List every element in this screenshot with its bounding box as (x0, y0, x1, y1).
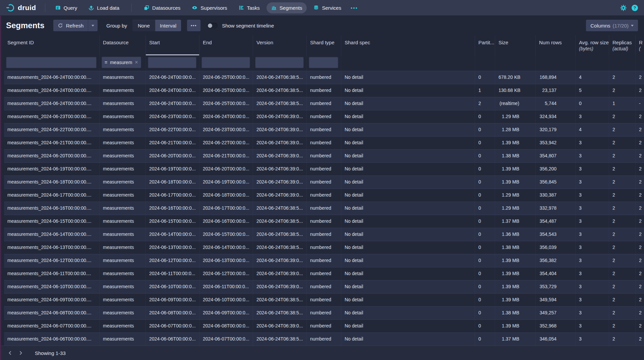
nav-item-tasks[interactable]: Tasks (234, 2, 265, 13)
cell-shard-type: numbered (307, 202, 341, 215)
cell-datasource: measurements (100, 189, 146, 202)
remove-filter-icon[interactable]: × (135, 60, 138, 65)
cell-datasource: measurements (100, 267, 146, 280)
cell-end: 2024-06-22T00:00:0... (199, 137, 253, 149)
filter-input-segment-id[interactable] (6, 57, 97, 68)
cell-datasource: measurements (100, 202, 146, 215)
nav-item-datasources[interactable]: Datasources (139, 2, 185, 13)
nav-item-query[interactable]: Query (51, 2, 82, 13)
cell-num-rows: 354,807 (536, 150, 576, 162)
filter-input-end[interactable] (201, 57, 250, 68)
group-by-interval-button[interactable]: Interval (155, 20, 181, 31)
cell-replicas: 2 (609, 71, 636, 84)
cell-end: 2024-06-25T00:00:0... (199, 71, 253, 84)
group-by-none-button[interactable]: None (132, 20, 155, 31)
cell-version: 2024-06-24T06:38:5... (253, 228, 307, 241)
column-header-datasource[interactable]: Datasource (100, 35, 146, 55)
cell-num-rows: 320,179 (536, 123, 576, 136)
cell-datasource: measurements (100, 294, 146, 306)
chevron-down-icon (92, 25, 94, 27)
cell-end: 2024-06-20T00:00:0... (199, 163, 253, 175)
column-header-avg-row-size[interactable]: Avg. row size(bytes) (576, 35, 609, 55)
column-header-label: R (639, 40, 644, 45)
cell-start: 2024-06-11T00:00:0... (146, 267, 199, 280)
cell-datasource: measurements (100, 280, 146, 293)
nav-item-segments[interactable]: Segments (267, 2, 307, 13)
cell-version: 2024-06-24T06:39:0... (253, 123, 307, 136)
column-header-shard-type[interactable]: Shard type (307, 35, 341, 55)
refresh-options-button[interactable] (88, 20, 98, 31)
column-header-label: Start (149, 40, 196, 45)
columns-dropdown-button[interactable]: Columns (17/20) (586, 20, 638, 31)
nav-item-services[interactable]: Services (309, 2, 346, 13)
column-header-size[interactable]: Size (495, 35, 536, 55)
column-header-version[interactable]: Version (253, 35, 307, 55)
nav-label: Datasources (152, 5, 180, 11)
nav-item-load-data[interactable]: Load data (84, 2, 124, 13)
cell-start: 2024-06-23T00:00:0... (146, 110, 199, 123)
nav-item-supervisors[interactable]: Supervisors (187, 2, 232, 13)
filter-input-version[interactable] (255, 57, 304, 68)
cell-datasource: measurements (100, 97, 146, 110)
cell-segment-id: measurements_2024-06-20T00:00:00.... (4, 150, 100, 162)
cell-datasource: measurements (100, 241, 146, 254)
group-by-label: Group by (106, 23, 127, 29)
column-header-start[interactable]: Start (146, 35, 199, 55)
next-page-button[interactable] (15, 348, 26, 358)
cell-start: 2024-06-24T00:00:0... (146, 97, 199, 110)
column-header-num-rows[interactable]: Num rows (536, 35, 576, 55)
cell-version: 2024-06-24T06:38:5... (253, 215, 307, 228)
filter-input-shard-type[interactable] (309, 57, 338, 68)
previous-page-button[interactable] (5, 348, 15, 358)
druid-logo[interactable]: druid (6, 3, 36, 12)
cell-partition: 0 (475, 333, 495, 346)
window-edge-stripe (0, 16, 1, 360)
datasource-filter-tag[interactable]: =measurem× (102, 57, 141, 68)
column-header-subtext: ( (639, 46, 644, 51)
cell-shard-spec: No detail (341, 176, 475, 189)
cell-partition: 0 (475, 280, 495, 293)
cell-version: 2024-06-24T06:39:0... (253, 137, 307, 149)
cell-version: 2024-06-24T06:39:0... (253, 110, 307, 123)
help-icon[interactable]: ? (632, 5, 638, 11)
cell-start: 2024-06-08T00:00:0... (146, 307, 199, 319)
column-header-end[interactable]: End (199, 35, 253, 55)
column-header-segment-id[interactable]: Segment ID (4, 35, 100, 55)
column-header-label: End (203, 40, 249, 45)
column-header-shard-spec[interactable]: Shard spec (341, 35, 475, 55)
more-options-button[interactable]: ••• (187, 20, 200, 31)
cell-shard-spec: No detail (341, 110, 475, 123)
segment-timeline-toggle[interactable] (207, 23, 218, 29)
nav-label: Services (322, 5, 341, 11)
table-row: measurements_2024-06-10T00:00:00....meas… (4, 280, 644, 293)
column-header-partition[interactable]: Partit... (475, 35, 495, 55)
cell-end: 2024-06-17T00:00:0... (199, 202, 253, 215)
settings-gear-icon[interactable] (620, 5, 627, 11)
filter-input-start[interactable] (148, 57, 196, 68)
cell-replication-factor: 2 (636, 176, 644, 189)
cell-shard-spec: No detail (341, 241, 475, 254)
cell-segment-id: measurements_2024-06-24T00:00:00.... (4, 84, 100, 97)
cell-avg-row-size: 3 (576, 241, 609, 254)
top-navigation-bar: druid Query Load data (0, 0, 644, 16)
cell-avg-row-size: 5 (576, 84, 609, 97)
cell-partition: 0 (475, 163, 495, 175)
cell-avg-row-size: 4 (576, 123, 609, 136)
cell-shard-type: numbered (307, 320, 341, 332)
cell-version: 2024-06-24T06:38:5... (253, 307, 307, 319)
filter-tag-text: measurem (110, 60, 132, 65)
cell-start: 2024-06-24T00:00:0... (146, 71, 199, 84)
cell-replicas: 1 (609, 97, 636, 110)
cell-end: 2024-06-11T00:00:0... (199, 280, 253, 293)
column-header-replication-factor[interactable]: R( (636, 35, 644, 55)
cell-num-rows: 330,387 (536, 189, 576, 202)
cell-size: 1.29 MB (495, 110, 536, 123)
column-header-replicas[interactable]: Replicas(actual) (609, 35, 636, 55)
cell-replicas: 2 (609, 320, 636, 332)
refresh-button[interactable]: Refresh (53, 20, 88, 31)
nav-more-button[interactable]: ••• (348, 2, 361, 13)
cell-replication-factor: 2 (636, 189, 644, 202)
cell-shard-spec: No detail (341, 202, 475, 215)
table-row: measurements_2024-06-06T00:00:00....meas… (4, 332, 644, 346)
main-nav: Query Load data Datasources (51, 2, 361, 13)
